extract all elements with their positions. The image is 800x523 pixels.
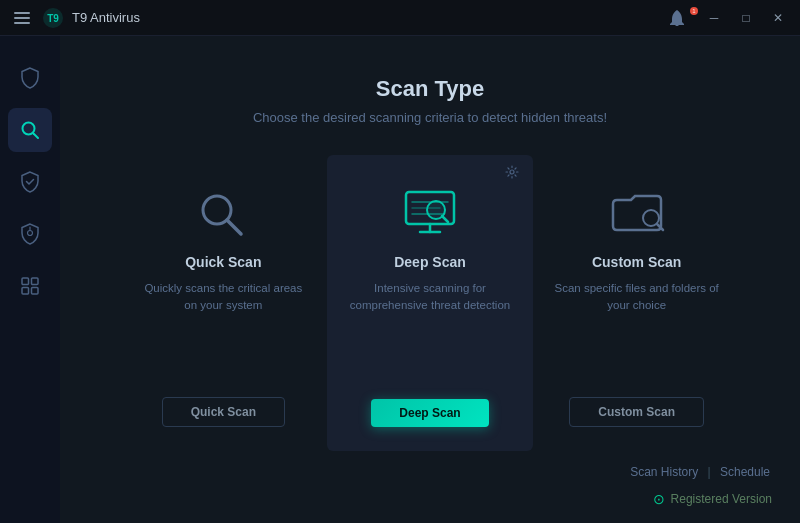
search-icon (20, 120, 40, 140)
registered-version: ⊙ Registered Version (653, 491, 776, 507)
footer-links: Scan History | Schedule (624, 463, 776, 481)
schedule-link[interactable]: Schedule (714, 463, 776, 481)
svg-rect-9 (22, 288, 29, 295)
custom-scan-button[interactable]: Custom Scan (569, 397, 704, 427)
svg-rect-7 (22, 278, 29, 285)
svg-point-5 (28, 231, 33, 236)
svg-point-3 (23, 123, 35, 135)
sidebar-item-vpn[interactable] (8, 212, 52, 256)
title-bar-right: 1 ─ □ ✕ (666, 7, 792, 29)
svg-point-13 (510, 170, 514, 174)
svg-line-4 (34, 134, 39, 139)
registered-label: Registered Version (671, 492, 772, 506)
page-title: Scan Type (80, 76, 780, 102)
quick-scan-icon (188, 185, 258, 240)
sidebar-item-protection[interactable] (8, 56, 52, 100)
check-circle-icon: ⊙ (653, 491, 665, 507)
deep-scan-desc: Intensive scanning for comprehensive thr… (347, 280, 514, 379)
notification-badge[interactable]: 1 (666, 9, 696, 27)
sidebar (0, 36, 60, 523)
vpnshield-icon (20, 223, 40, 245)
custom-scan-icon (602, 185, 672, 240)
sidebar-item-scan[interactable] (8, 108, 52, 152)
quick-scan-desc: Quickly scans the critical areas on your… (140, 280, 307, 377)
deep-scan-icon (395, 185, 465, 240)
app-logo: T9 (42, 7, 64, 29)
deep-scan-card: Deep Scan Intensive scanning for compreh… (327, 155, 534, 451)
maximize-button[interactable]: □ (732, 7, 760, 29)
custom-scan-title: Custom Scan (592, 254, 681, 270)
footer-divider: | (704, 465, 714, 479)
content-area: Scan Type Choose the desired scanning cr… (60, 36, 800, 523)
page-subtitle: Choose the desired scanning criteria to … (80, 110, 780, 125)
content-footer: Scan History | Schedule ⊙ Registered Ver… (60, 451, 800, 523)
deep-scan-title: Deep Scan (394, 254, 466, 270)
custom-scan-card: Custom Scan Scan specific files and fold… (533, 155, 740, 451)
grid-icon (21, 277, 39, 295)
svg-rect-10 (32, 288, 39, 295)
title-bar-left: T9 T9 Antivirus (10, 7, 140, 29)
custom-scan-desc: Scan specific files and folders of your … (553, 280, 720, 377)
svg-text:T9: T9 (47, 13, 59, 24)
main-layout: Scan Type Choose the desired scanning cr… (0, 36, 800, 523)
hamburger-menu-button[interactable] (10, 8, 34, 28)
notification-count: 1 (690, 7, 698, 15)
sidebar-item-safe[interactable] (8, 160, 52, 204)
svg-rect-8 (32, 278, 39, 285)
scan-history-link[interactable]: Scan History (624, 463, 704, 481)
deep-scan-button[interactable]: Deep Scan (371, 399, 488, 427)
sidebar-item-tools[interactable] (8, 264, 52, 308)
scan-cards-container: Quick Scan Quickly scans the critical ar… (60, 155, 800, 451)
minimize-button[interactable]: ─ (700, 7, 728, 29)
svg-line-21 (442, 216, 448, 222)
shield-icon (20, 67, 40, 89)
close-button[interactable]: ✕ (764, 7, 792, 29)
app-title: T9 Antivirus (72, 10, 140, 25)
quick-scan-button[interactable]: Quick Scan (162, 397, 285, 427)
title-bar: T9 T9 Antivirus 1 ─ □ ✕ (0, 0, 800, 36)
quick-scan-title: Quick Scan (185, 254, 261, 270)
quick-scan-card: Quick Scan Quickly scans the critical ar… (120, 155, 327, 451)
settings-icon[interactable] (505, 165, 519, 182)
checkshield-icon (20, 171, 40, 193)
svg-line-12 (227, 220, 241, 234)
page-header: Scan Type Choose the desired scanning cr… (60, 36, 800, 155)
notification-icon[interactable]: 1 (666, 9, 688, 27)
